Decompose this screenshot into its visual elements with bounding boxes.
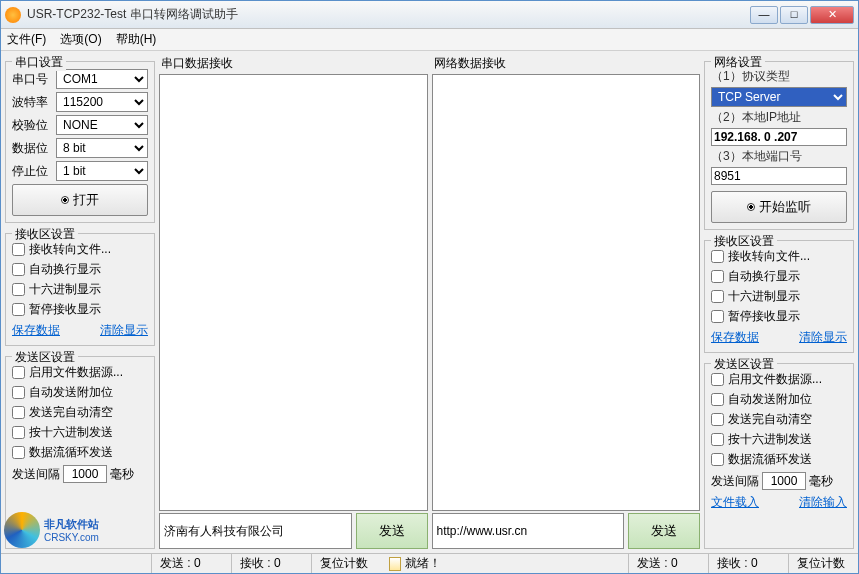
status-right-recv: 接收 : 0 — [708, 554, 788, 573]
interval-right-input[interactable] — [762, 472, 806, 490]
recv-hex-right-check[interactable] — [711, 290, 724, 303]
baud-label: 波特率 — [12, 94, 52, 111]
parity-label: 校验位 — [12, 117, 52, 134]
reset-count-right[interactable]: 复位计数 — [788, 554, 858, 573]
stopbits-label: 停止位 — [12, 163, 52, 180]
protocol-select[interactable]: TCP Server — [711, 87, 847, 107]
maximize-button[interactable]: □ — [780, 6, 808, 24]
close-button[interactable]: ✕ — [810, 6, 854, 24]
recv-hex-right-label: 十六进制显示 — [728, 288, 800, 305]
serial-send-input[interactable] — [159, 513, 352, 549]
send-clear-left-label: 发送完自动清空 — [29, 404, 113, 421]
recv-left-title: 接收区设置 — [12, 226, 78, 243]
recv-wrap-left-label: 自动换行显示 — [29, 261, 101, 278]
recv-settings-right-group: 接收区设置 接收转向文件... 自动换行显示 十六进制显示 暂停接收显示 保存数… — [704, 240, 854, 353]
baud-select[interactable]: 115200 — [56, 92, 148, 112]
recv-settings-left-group: 接收区设置 接收转向文件... 自动换行显示 十六进制显示 暂停接收显示 保存数… — [5, 233, 155, 346]
clear-display-left-link[interactable]: 清除显示 — [100, 322, 148, 339]
app-icon — [5, 7, 21, 23]
menu-options[interactable]: 选项(O) — [60, 31, 101, 48]
net-recv-title: 网络数据接收 — [432, 55, 701, 74]
status-right-send: 发送 : 0 — [628, 554, 708, 573]
send-append-right-label: 自动发送附加位 — [728, 391, 812, 408]
send-filesrc-right-check[interactable] — [711, 373, 724, 386]
serial-send-button[interactable]: 发送 — [356, 513, 428, 549]
send-clear-right-label: 发送完自动清空 — [728, 411, 812, 428]
menu-file[interactable]: 文件(F) — [7, 31, 46, 48]
load-file-right-link[interactable]: 文件载入 — [711, 494, 759, 511]
recv-tofile-right-check[interactable] — [711, 250, 724, 263]
local-port-input[interactable] — [711, 167, 847, 185]
serial-recv-area[interactable] — [159, 74, 428, 511]
send-loop-left-check[interactable] — [12, 446, 25, 459]
send-append-right-check[interactable] — [711, 393, 724, 406]
interval-right-label: 发送间隔 — [711, 473, 759, 490]
recv-wrap-right-label: 自动换行显示 — [728, 268, 800, 285]
serial-group-title: 串口设置 — [12, 54, 66, 71]
menu-help[interactable]: 帮助(H) — [116, 31, 157, 48]
send-filesrc-left-check[interactable] — [12, 366, 25, 379]
send-left-title: 发送区设置 — [12, 349, 78, 366]
send-filesrc-left-label: 启用文件数据源... — [29, 364, 123, 381]
serial-settings-group: 串口设置 串口号COM1 波特率115200 校验位NONE 数据位8 bit … — [5, 61, 155, 223]
send-append-left-label: 自动发送附加位 — [29, 384, 113, 401]
recv-pause-right-check[interactable] — [711, 310, 724, 323]
recv-pause-right-label: 暂停接收显示 — [728, 308, 800, 325]
recv-tofile-left-check[interactable] — [12, 243, 25, 256]
minimize-button[interactable]: — — [750, 6, 778, 24]
net-send-button[interactable]: 发送 — [628, 513, 700, 549]
menubar: 文件(F) 选项(O) 帮助(H) — [1, 29, 858, 51]
send-hex-left-label: 按十六进制发送 — [29, 424, 113, 441]
recv-hex-left-check[interactable] — [12, 283, 25, 296]
clear-display-right-link[interactable]: 清除显示 — [799, 329, 847, 346]
titlebar: USR-TCP232-Test 串口转网络调试助手 — □ ✕ — [1, 1, 858, 29]
send-clear-left-check[interactable] — [12, 406, 25, 419]
start-listen-button[interactable]: 开始监听 — [711, 191, 847, 223]
databits-select[interactable]: 8 bit — [56, 138, 148, 158]
send-loop-left-label: 数据流循环发送 — [29, 444, 113, 461]
send-hex-right-check[interactable] — [711, 433, 724, 446]
recv-wrap-right-check[interactable] — [711, 270, 724, 283]
ip-label: （2）本地IP地址 — [711, 109, 847, 126]
reset-count-left[interactable]: 复位计数 — [311, 554, 381, 573]
local-ip-input[interactable] — [711, 128, 847, 146]
send-settings-right-group: 发送区设置 启用文件数据源... 自动发送附加位 发送完自动清空 按十六进制发送… — [704, 363, 854, 549]
recv-wrap-left-check[interactable] — [12, 263, 25, 276]
document-icon — [389, 557, 401, 571]
status-ready-text: 就绪！ — [405, 555, 441, 572]
interval-left-input[interactable] — [63, 465, 107, 483]
recv-pause-left-label: 暂停接收显示 — [29, 301, 101, 318]
send-filesrc-right-label: 启用文件数据源... — [728, 371, 822, 388]
status-dot-icon — [61, 196, 69, 204]
send-right-title: 发送区设置 — [711, 356, 777, 373]
status-left-recv: 接收 : 0 — [231, 554, 311, 573]
clear-input-right-link[interactable]: 清除输入 — [799, 494, 847, 511]
recv-right-title: 接收区设置 — [711, 233, 777, 250]
net-group-title: 网络设置 — [711, 54, 765, 71]
recv-pause-left-check[interactable] — [12, 303, 25, 316]
recv-tofile-left-label: 接收转向文件... — [29, 241, 111, 258]
status-left-pad — [1, 554, 151, 573]
send-append-left-check[interactable] — [12, 386, 25, 399]
serial-recv-title: 串口数据接收 — [159, 55, 428, 74]
databits-label: 数据位 — [12, 140, 52, 157]
send-loop-right-label: 数据流循环发送 — [728, 451, 812, 468]
save-data-right-link[interactable]: 保存数据 — [711, 329, 759, 346]
send-clear-right-check[interactable] — [711, 413, 724, 426]
network-settings-group: 网络设置 （1）协议类型 TCP Server （2）本地IP地址 （3）本地端… — [704, 61, 854, 230]
parity-select[interactable]: NONE — [56, 115, 148, 135]
status-ready: 就绪！ — [381, 555, 628, 572]
net-send-input[interactable] — [432, 513, 625, 549]
net-recv-area[interactable] — [432, 74, 701, 511]
stopbits-select[interactable]: 1 bit — [56, 161, 148, 181]
send-loop-right-check[interactable] — [711, 453, 724, 466]
com-select[interactable]: COM1 — [56, 69, 148, 89]
send-settings-left-group: 发送区设置 启用文件数据源... 自动发送附加位 发送完自动清空 按十六进制发送… — [5, 356, 155, 549]
save-data-left-link[interactable]: 保存数据 — [12, 322, 60, 339]
send-hex-left-check[interactable] — [12, 426, 25, 439]
recv-hex-left-label: 十六进制显示 — [29, 281, 101, 298]
statusbar: 发送 : 0 接收 : 0 复位计数 就绪！ 发送 : 0 接收 : 0 复位计… — [1, 553, 858, 573]
status-dot-icon — [747, 203, 755, 211]
ms-right-label: 毫秒 — [809, 473, 833, 490]
open-serial-button[interactable]: 打开 — [12, 184, 148, 216]
